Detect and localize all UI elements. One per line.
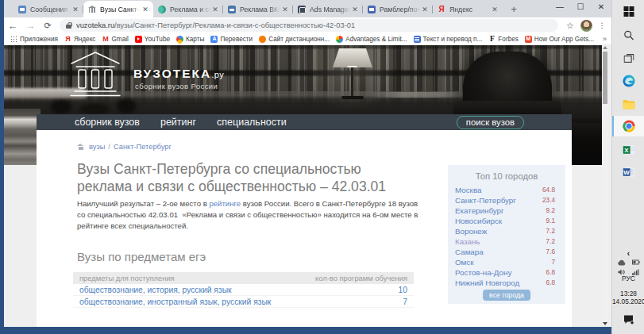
city-value: 7.2 [546, 238, 555, 245]
city-link[interactable]: Ростов-на-Дону [455, 268, 511, 277]
gmail-icon: M [102, 36, 109, 43]
tab-title: Ads Manager – [310, 6, 351, 13]
city-value: 64.8 [542, 186, 555, 194]
url-text: vuzoteka.ru/вузы/Санкт-Петербург/Реклама… [76, 21, 355, 29]
tab-close-icon[interactable]: ✕ [281, 6, 289, 13]
city-row: Омск7 [448, 257, 565, 267]
tab-strip: Сообщения ✕ Вузы Санкт-Пет ✕ Реклама и с… [4, 0, 611, 17]
back-button[interactable]: ← [4, 20, 21, 32]
task-view-button[interactable] [612, 48, 644, 69]
red-app-icon [525, 36, 532, 43]
scroll-down-icon[interactable] [603, 322, 607, 325]
tab-title: Реклама ВКонт [240, 6, 281, 13]
breadcrumb-vuzy[interactable]: вузы [89, 143, 105, 151]
task-view-icon [623, 54, 634, 63]
taskbar-explorer[interactable] [612, 94, 644, 114]
tab-ads-manager[interactable]: Ads Manager – ✕ [293, 2, 363, 17]
svg-text:W: W [623, 169, 630, 176]
scroll-up-icon[interactable] [603, 46, 607, 49]
city-link[interactable]: Новосибирск [455, 217, 502, 225]
bookmark-forbes[interactable]: FForbes [488, 36, 518, 43]
tab-reklama-svyaz[interactable]: Реклама и связ ✕ [153, 2, 223, 17]
bookmark-distance-site[interactable]: Сайт дистанционн... [259, 36, 330, 43]
taskbar-word[interactable]: W [612, 162, 644, 182]
city-link[interactable]: Казань [455, 237, 480, 246]
rating-link[interactable]: рейтинге [209, 199, 241, 208]
bookmark-yandex[interactable]: ЯЯндекс [64, 36, 96, 43]
page-scrollbar[interactable] [602, 45, 608, 327]
chrome-icon [623, 120, 635, 132]
padlock-icon [66, 22, 71, 29]
tab-close-icon[interactable]: ✕ [141, 6, 149, 13]
tab-title: Вузы Санкт-Пет [100, 6, 141, 13]
city-link[interactable]: Омск [455, 258, 474, 267]
city-link[interactable]: Нижний Новгород [455, 278, 519, 287]
city-link[interactable]: Москва [455, 186, 481, 194]
language-indicator[interactable]: РУС [612, 274, 644, 282]
tab-title: Сообщения [30, 6, 71, 13]
tab-close-icon[interactable]: ✕ [211, 6, 219, 13]
tab-close-icon[interactable]: ✕ [71, 6, 79, 13]
bookmark-star-icon[interactable]: ☆ [563, 21, 577, 31]
taskbar-edge[interactable] [612, 71, 644, 91]
city-link[interactable]: Екатеринбург [455, 206, 504, 215]
bookmark-maps[interactable]: Карты [176, 36, 204, 43]
taskbar-excel[interactable]: X [612, 140, 644, 160]
city-link[interactable]: Самара [455, 248, 484, 256]
all-cities-button[interactable]: все города [483, 290, 530, 301]
taskbar-search[interactable] [612, 25, 644, 46]
tab-close-icon[interactable]: ✕ [351, 6, 359, 13]
breadcrumb-spb[interactable]: Санкт-Петербург [114, 143, 172, 151]
bookmark-translate[interactable]: Перевести [210, 36, 253, 43]
bookmark-advantages[interactable]: Advantages & Limit... [336, 36, 407, 43]
tab-vk-messages[interactable]: Сообщения ✕ [13, 2, 83, 17]
tab-vuzoteka-active[interactable]: Вузы Санкт-Пет ✕ [83, 1, 153, 17]
col-subjects: предметы для поступления [73, 272, 299, 284]
tab-reklama-vk[interactable]: Реклама ВКонт ✕ [223, 2, 293, 17]
city-link[interactable]: Санкт-Петербург [455, 196, 516, 205]
bookmark-youtube[interactable]: YouTube [135, 36, 170, 43]
forbes-icon: F [488, 36, 496, 43]
bookmark-how-our-app[interactable]: How Our App Gets... [525, 36, 594, 43]
maximize-button[interactable]: ☐ [570, 0, 591, 16]
bookmark-gmail[interactable]: MGmail [102, 36, 128, 43]
city-link[interactable]: Воронеж [455, 227, 487, 236]
close-button[interactable]: ✕ [591, 0, 611, 16]
bookmark-text-translate[interactable]: Текст и перевод п... [414, 36, 483, 43]
subjects-link[interactable]: обществознание, иностранный язык, русски… [79, 298, 271, 306]
search-vuzov-button[interactable]: поиск вузов [457, 116, 524, 129]
new-tab-button[interactable]: + [506, 2, 522, 17]
nav-specialnosti[interactable]: специальности [217, 117, 287, 128]
tab-close-icon[interactable]: ✕ [421, 6, 429, 13]
vuzoteka-logo[interactable]: ВУЗОТЕКА.ру сборник вузов России [67, 50, 290, 102]
taskbar-clock[interactable]: 13:28 14.05.2020 [612, 290, 644, 305]
subjects-link[interactable]: обществознание, история, русский язык [79, 286, 232, 294]
scrollbar-thumb[interactable] [603, 52, 607, 104]
tab-rambler-mail[interactable]: Рамблер/почт ✕ [363, 2, 433, 17]
nav-reyting[interactable]: рейтинг [160, 117, 196, 128]
reload-button[interactable]: ⟳ [39, 21, 56, 31]
browser-menu-icon[interactable]: ⋮ [596, 21, 608, 29]
forward-button[interactable]: → [21, 20, 39, 32]
profile-avatar[interactable] [580, 20, 592, 32]
tab-close-icon[interactable]: ✕ [491, 6, 499, 13]
tab-yandex[interactable]: Я Яндекс ✕ [433, 2, 503, 17]
edge-icon [623, 75, 635, 87]
ads-manager-favicon [298, 6, 306, 13]
bookmark-apps[interactable]: Приложения [10, 36, 58, 43]
city-value: 9.1 [546, 217, 555, 225]
nav-sbornik-vuzov[interactable]: сборник вузов [75, 117, 140, 128]
action-center-button[interactable] [612, 312, 644, 326]
vk-favicon [228, 6, 236, 13]
youtube-icon [135, 36, 142, 43]
city-row: Санкт-Петербург23.4 [448, 195, 565, 205]
bookmarks-overflow-icon[interactable]: » [603, 35, 607, 43]
minimize-button[interactable]: — [550, 0, 570, 16]
excel-icon: X [623, 144, 634, 155]
table-row: обществознание, история, русский язык 10 [73, 284, 414, 296]
clock-date: 14.05.2020 [612, 298, 644, 306]
rambler-mail-favicon [368, 6, 376, 13]
start-button[interactable] [612, 2, 644, 22]
taskbar-chrome-active[interactable] [612, 116, 644, 136]
address-bar[interactable]: vuzoteka.ru/вузы/Санкт-Петербург/Реклама… [60, 19, 558, 32]
